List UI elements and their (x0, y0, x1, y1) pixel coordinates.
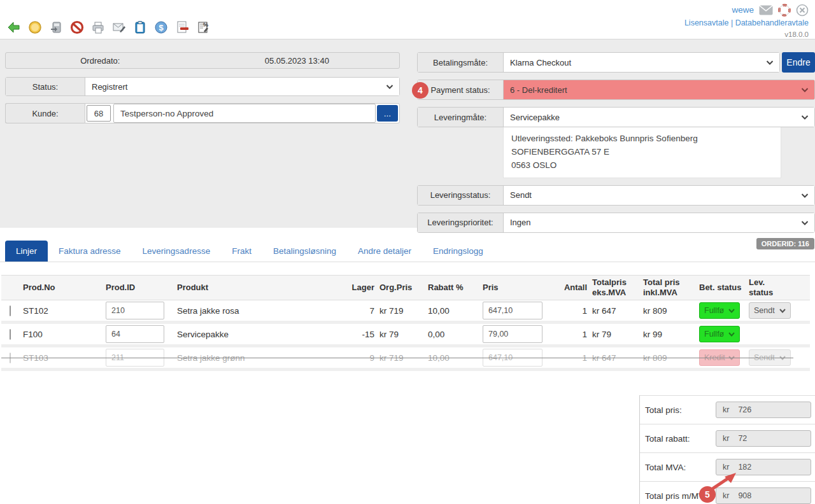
tab-betalingslosning[interactable]: Betalingsløsning (262, 241, 347, 262)
cell-rabatt: 10,00 (425, 305, 480, 317)
col-pris: Pris (480, 281, 548, 294)
cell-total-eks: kr 79 (590, 328, 641, 340)
pickup-address-line: 0563 OSLO (511, 159, 773, 172)
annotation-badge-4: 4 (412, 82, 429, 99)
row-checkbox[interactable] (10, 329, 11, 340)
delivery-method-select[interactable]: Servicepakke (504, 108, 814, 127)
col-antall: Antall (548, 281, 590, 294)
bet-status-select[interactable]: Fullfø (699, 302, 740, 319)
order-date-label: Ordredato: (6, 56, 195, 66)
payment-status-label: Payment status: (418, 80, 504, 99)
cell-lager: -15 (339, 328, 377, 340)
bet-status-select[interactable]: Fullfø (699, 326, 740, 342)
print-icon[interactable] (90, 20, 106, 35)
delivery-priority-row: Leveringsprioritet: Ingen ORDERID: 116 (417, 213, 815, 233)
cancel-icon[interactable] (69, 20, 85, 35)
cell-rabatt: 0,00 (425, 328, 480, 340)
pris-field[interactable] (483, 325, 542, 343)
cell-produkt: Servicepakke (174, 328, 339, 340)
edit-percent-icon[interactable]: % (195, 20, 211, 35)
chevron-down-icon (801, 85, 809, 95)
delivery-status-select[interactable]: Sendt (504, 186, 814, 205)
delivery-status-label: Leveringsstatus: (418, 186, 504, 205)
chevron-down-icon (801, 218, 809, 227)
remove-line-icon[interactable] (174, 20, 190, 35)
annotation-badge-5: 5 (699, 486, 716, 503)
total-rabatt-value: kr72 (716, 430, 811, 447)
toolbar: $ % (6, 0, 211, 39)
tab-frakt[interactable]: Frakt (221, 241, 262, 262)
close-icon[interactable] (796, 4, 809, 17)
total-pris-row: Total pris: kr726 (640, 395, 815, 424)
delivery-status-row: Leveringsstatus: Sendt (417, 185, 815, 206)
col-lev-status: Lev. status (746, 276, 793, 300)
lev-status-select[interactable]: Sendt (749, 302, 791, 319)
customer-id-field[interactable] (87, 105, 111, 122)
table-row: ST102 Setra jakke rosa 7 kr 719 10,00 1 … (1, 300, 810, 324)
status-select[interactable]: Registrert (85, 78, 399, 95)
total-pris-label: Total pris: (645, 405, 682, 415)
customer-browse-button[interactable]: ... (377, 105, 398, 122)
payment-status-row: 4 Payment status: 6 - Del-kreditert (417, 80, 815, 100)
row-checkbox[interactable] (10, 305, 11, 316)
order-id-badge: ORDERID: 116 (756, 238, 814, 249)
cell-org-pris: kr 719 (377, 305, 425, 317)
pickup-address-box: Utleveringssted: Pakkeboks Bunnpris Sofi… (503, 127, 781, 178)
payment-status-select[interactable]: 6 - Del-kreditert (504, 80, 814, 99)
cell-total-inkl: kr 809 (641, 305, 697, 317)
tab-endringslogg[interactable]: Endringslogg (422, 241, 494, 262)
customer-name-field[interactable] (113, 104, 376, 123)
card-terminal-icon[interactable] (48, 20, 64, 35)
total-pris-value: kr726 (716, 402, 811, 418)
currency-icon[interactable]: $ (153, 20, 169, 35)
clipboard-icon[interactable] (132, 20, 148, 35)
coin-icon[interactable] (27, 20, 43, 35)
tab-leveringsadresse[interactable]: Leveringsadresse (132, 241, 222, 262)
order-details-section: Ordredato: 05.05.2023 13:40 Status: Regi… (0, 39, 815, 228)
delivery-priority-select[interactable]: Ingen (504, 213, 814, 232)
prod-id-field[interactable] (106, 325, 164, 343)
mail-icon[interactable] (759, 5, 773, 15)
table-header: Prod.No Prod.ID Produkt Lager Org.Pris R… (1, 275, 810, 300)
cell-antall: 1 (548, 305, 590, 317)
help-lifering-icon[interactable] (778, 4, 791, 17)
col-rabatt: Rabatt % (425, 281, 480, 294)
chevron-down-icon (801, 190, 809, 200)
svg-text:%: % (203, 22, 208, 28)
license-agreement-link[interactable]: Lisensavtale (684, 18, 729, 27)
total-rabatt-row: Total rabatt: kr72 (640, 424, 815, 452)
cell-org-pris: kr 79 (377, 328, 425, 340)
email-edit-icon[interactable] (111, 20, 127, 35)
payment-method-row: Betalingsmåte: Klarna Checkout Endre (417, 52, 815, 73)
tab-andre-detaljer[interactable]: Andre detaljer (347, 241, 422, 262)
top-header: $ % wewe Lisensavtale | Databehandleravt… (0, 0, 815, 39)
status-row: Status: Registrert (5, 77, 400, 96)
col-total-inkl: Total pris inkl.MVA (641, 276, 683, 300)
col-bet-status: Bet. status (697, 281, 746, 294)
table-row: F100 Servicepakke -15 kr 79 0,00 1 kr 79… (1, 324, 810, 347)
cell-antall: 1 (548, 328, 590, 340)
link-separator: | (731, 18, 733, 27)
change-payment-button[interactable]: Endre (782, 52, 815, 73)
cell-total-inkl: kr 99 (641, 328, 697, 340)
payment-method-label: Betalingsmåte: (418, 53, 504, 72)
prod-id-field[interactable] (106, 302, 164, 319)
order-date-value: 05.05.2023 13:40 (195, 56, 399, 66)
cell-prod-no: ST102 (20, 305, 103, 317)
data-processor-agreement-link[interactable]: Databehandleravtale (735, 18, 809, 27)
col-produkt: Produkt (174, 281, 339, 294)
delivery-method-row: Leveringmåte: Servicepakke (417, 107, 815, 127)
col-total-eks: Totalpris eks.MVA (590, 276, 629, 300)
username-link[interactable]: wewe (732, 4, 754, 17)
pris-field[interactable] (483, 302, 542, 319)
chevron-down-icon (766, 58, 774, 67)
cell-lager: 7 (339, 305, 377, 317)
pickup-address-line: Utleveringssted: Pakkeboks Bunnpris Sofi… (511, 132, 773, 146)
tab-linjer[interactable]: Linjer (5, 241, 48, 262)
back-icon[interactable] (6, 20, 22, 35)
col-prod-no: Prod.No (20, 281, 103, 294)
tab-faktura-adresse[interactable]: Faktura adresse (48, 241, 132, 262)
payment-method-select[interactable]: Klarna Checkout (504, 53, 779, 72)
chevron-down-icon (801, 113, 809, 122)
order-lines-section: Prod.No Prod.ID Produkt Lager Org.Pris R… (0, 262, 815, 504)
